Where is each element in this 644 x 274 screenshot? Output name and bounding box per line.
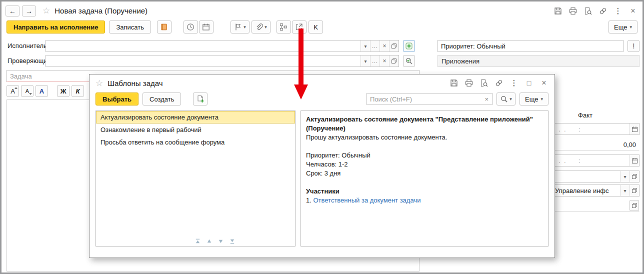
back-button[interactable]: ← (6, 6, 20, 16)
check-reviewer-button[interactable] (403, 55, 415, 67)
record-button[interactable]: Записать (109, 20, 151, 34)
reviewer-clear-button[interactable]: × (380, 56, 389, 66)
italic-glyph: К (76, 88, 80, 95)
print-icon[interactable] (568, 6, 578, 16)
start-date-calendar-button[interactable] (630, 124, 639, 134)
priority-field[interactable]: Приоритет: Обычный (438, 40, 624, 52)
send-to-execution-button[interactable]: Направить на исполнение (6, 20, 105, 34)
executor-label: Исполнитель: (8, 42, 48, 50)
labor-hours-input[interactable] (552, 139, 639, 150)
end-date-input[interactable] (552, 155, 630, 166)
project-open-button[interactable] (630, 171, 639, 182)
hierarchy-button[interactable] (276, 20, 291, 34)
calendar-plan-button[interactable] (199, 20, 214, 34)
template-item[interactable]: Ознакомление в первый рабочий (96, 124, 295, 136)
template-heading: Актуализировать состояние документа "Пре… (306, 115, 543, 133)
forward-icon: → (26, 7, 32, 15)
template-term: Срок: 3 дня (306, 169, 543, 178)
project-input[interactable] (552, 171, 620, 182)
dialog-preview-icon[interactable] (480, 78, 488, 88)
dialog-maximize-icon[interactable]: □ (524, 78, 534, 88)
author-input[interactable] (552, 200, 630, 211)
preview-icon[interactable] (584, 6, 592, 16)
move-top-button[interactable] (194, 238, 202, 244)
font-color-button[interactable]: А (36, 85, 48, 97)
importance-button[interactable]: ! (628, 40, 640, 52)
add-executor-button[interactable] (403, 40, 415, 52)
search-clear-icon[interactable]: × (481, 96, 492, 103)
dialog-save-icon[interactable] (450, 78, 458, 88)
dialog-command-bar: Выбрать Создать × ▾ Еще▾ (90, 92, 554, 108)
font-decrease-button[interactable]: А (21, 85, 34, 97)
template-item[interactable]: Просьба ответить на сообщение форума (96, 136, 295, 148)
dialog-more-button[interactable]: Еще▾ (520, 92, 548, 106)
caret-icon: ▾ (630, 24, 632, 30)
link-icon[interactable] (598, 6, 608, 16)
author-open-button[interactable] (630, 200, 639, 211)
template-priority: Приоритет: Обычный (306, 151, 543, 160)
department-open-button[interactable] (630, 185, 639, 196)
reviewer-open-button[interactable] (389, 56, 398, 66)
start-date-input[interactable] (552, 124, 630, 134)
dialog-more-menu-icon[interactable]: ⋮ (510, 78, 518, 88)
reviewer-input[interactable] (46, 56, 360, 66)
window-header: ← → ☆ Новая задача (Поручение) ⋮ × (6, 4, 638, 18)
add-green-icon (405, 42, 413, 50)
goto-button[interactable] (292, 20, 306, 34)
participant-link[interactable]: Ответственный за документ задачи (313, 196, 420, 204)
create-new-template-button[interactable] (193, 92, 208, 106)
department-input[interactable] (552, 185, 620, 196)
template-preview: Актуализировать состояние документа "Пре… (300, 110, 548, 246)
font-letter: А (40, 88, 44, 95)
exclamation-icon: ! (632, 42, 635, 50)
save-icon[interactable] (554, 6, 562, 16)
k-button[interactable]: K (308, 20, 323, 34)
magnifier-icon (500, 95, 508, 103)
favorite-star-icon[interactable]: ☆ (42, 6, 50, 16)
move-down-button[interactable] (216, 238, 224, 244)
search-options-button[interactable]: ▾ (496, 92, 516, 106)
move-bottom-button[interactable] (228, 238, 236, 244)
forward-button[interactable]: → (22, 6, 36, 16)
dialog-link-icon[interactable] (494, 78, 504, 88)
move-up-button[interactable] (205, 238, 213, 244)
app-window: ← → ☆ Новая задача (Поручение) ⋮ × Напра… (0, 0, 644, 274)
close-icon[interactable]: × (628, 6, 638, 16)
font-increase-button[interactable]: А (6, 85, 19, 97)
back-icon: ← (9, 7, 16, 15)
participant-index: 1. (306, 196, 312, 204)
executor-open-button[interactable] (389, 40, 398, 52)
participants-title: Участники (306, 187, 543, 196)
executor-ellipsis-button[interactable]: ... (370, 40, 380, 52)
page-title: Новая задача (Поручение) (54, 6, 148, 15)
dialog-close-icon[interactable]: × (540, 78, 548, 88)
more-button[interactable]: Еще▾ (608, 20, 638, 34)
reviewer-ellipsis-button[interactable]: ... (370, 56, 380, 66)
increase-icon (14, 87, 18, 89)
executor-dropdown-icon[interactable]: ▾ (360, 40, 370, 52)
new-document-icon (196, 95, 204, 103)
reviewer-field: ▾ ... × (46, 55, 399, 67)
project-dropdown-icon[interactable]: ▾ (620, 171, 630, 182)
flag-dropdown-button[interactable]: ▾ (230, 20, 250, 34)
search-input[interactable] (367, 96, 481, 103)
end-date-calendar-button[interactable] (630, 155, 639, 166)
more-menu-icon[interactable]: ⋮ (614, 6, 622, 16)
business-process-button[interactable] (157, 20, 172, 34)
labor-hours-field (552, 138, 640, 150)
dialog-star-icon[interactable]: ☆ (96, 78, 103, 88)
select-button[interactable]: Выбрать (96, 92, 138, 106)
bold-button[interactable]: Ж (57, 85, 70, 97)
dialog-print-icon[interactable] (464, 78, 474, 88)
bold-glyph: Ж (60, 88, 66, 95)
executor-clear-button[interactable]: × (380, 40, 389, 52)
italic-button[interactable]: К (72, 85, 84, 97)
executor-input[interactable] (46, 40, 360, 52)
attachment-dropdown-button[interactable]: ▾ (252, 20, 270, 34)
reviewer-dropdown-icon[interactable]: ▾ (360, 56, 370, 66)
reminder-button[interactable] (184, 20, 198, 34)
department-dropdown-icon[interactable]: ▾ (620, 185, 630, 196)
template-item[interactable]: Актуализировать состояние документа (96, 111, 295, 124)
fact-column-label: Факт (554, 112, 616, 119)
create-button[interactable]: Создать (142, 92, 181, 106)
